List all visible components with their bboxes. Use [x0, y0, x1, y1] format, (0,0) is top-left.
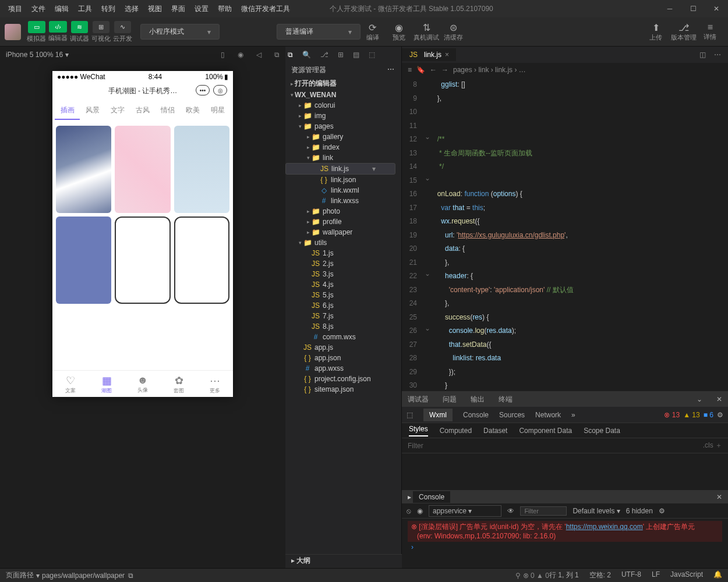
menu-capsule[interactable]: •••	[196, 85, 210, 95]
sim-icon[interactable]: ◁	[256, 51, 261, 59]
devtool-subtab[interactable]: Network	[535, 411, 561, 419]
editor-button[interactable]: ‹/›	[49, 21, 66, 33]
gear-icon[interactable]: ⚙	[717, 411, 723, 419]
style-tab[interactable]: Dataset	[483, 427, 507, 435]
page-path[interactable]: pages/wallpaper/wallpaper	[42, 572, 125, 580]
category-tab[interactable]: 文字	[105, 102, 130, 120]
wallpaper-thumb[interactable]	[174, 126, 229, 213]
tree-item[interactable]: JS1.js	[285, 248, 401, 258]
preview-button[interactable]: ◉	[387, 22, 411, 33]
tree-item[interactable]: ◇link.wxml	[285, 185, 401, 196]
tree-item[interactable]: ▸📁img	[285, 111, 401, 121]
category-tab[interactable]: 明星	[206, 102, 231, 120]
tree-item[interactable]: JS7.js	[285, 311, 401, 321]
tree-item[interactable]: JS4.js	[285, 279, 401, 290]
devtool-subtab[interactable]: Wxml	[423, 409, 453, 421]
menu-item[interactable]: 工具	[73, 4, 97, 14]
menu-item[interactable]: 文件	[27, 4, 50, 14]
style-tab[interactable]: Component Data	[519, 427, 572, 435]
branch-icon[interactable]: ⎇	[320, 51, 328, 59]
clear-cache-button[interactable]: ⊜	[441, 22, 465, 33]
tree-item[interactable]: ▾📁utils	[285, 237, 401, 248]
cloud-button[interactable]: ∿	[114, 21, 131, 33]
console-prompt[interactable]: ›	[408, 542, 722, 552]
wallpaper-thumb[interactable]	[174, 217, 229, 304]
sim-icon[interactable]: ◉	[238, 51, 243, 59]
bottom-nav[interactable]: ♡文案▦潮图☻头像✿套图⋯更多	[52, 370, 233, 397]
code-editor[interactable]: 8910111213141516171819202122232425262728…	[402, 77, 728, 391]
ext-icon[interactable]: ▤	[353, 51, 359, 59]
editor-tab[interactable]: JS link.js ×	[402, 48, 456, 61]
console-filter[interactable]	[520, 506, 567, 516]
simulator-button[interactable]: ▭	[28, 21, 45, 33]
devtool-tab[interactable]: 问题	[443, 395, 457, 404]
wallpaper-thumb[interactable]	[56, 126, 111, 213]
category-tab[interactable]: 情侣	[156, 102, 181, 120]
ext-icon[interactable]: ⊞	[338, 51, 344, 59]
menu-item[interactable]: 编辑	[50, 4, 73, 14]
sim-icon[interactable]: ⧉	[274, 51, 280, 59]
tree-item[interactable]: JSlink.js	[285, 163, 395, 175]
visual-button[interactable]: ⊞	[93, 21, 109, 33]
clear-icon[interactable]: ⦸	[407, 507, 411, 515]
gear-icon[interactable]: ⚙	[659, 507, 665, 515]
real-debug-button[interactable]: ⇅	[415, 22, 439, 33]
filter-input[interactable]: Filter	[408, 442, 423, 450]
tree-section[interactable]: ▸打开的编辑器	[285, 77, 401, 90]
outline-section[interactable]: ▸ 大纲	[285, 554, 402, 568]
nav-item[interactable]: ▦潮图	[89, 371, 125, 397]
debugger-button[interactable]: ≋	[71, 21, 88, 33]
category-tab[interactable]: 古风	[130, 102, 155, 120]
tree-section[interactable]: ▾WX_WENAN	[285, 90, 401, 100]
devtool-tab[interactable]: 输出	[471, 395, 485, 404]
tree-item[interactable]: { }app.json	[285, 353, 401, 363]
nav-item[interactable]: ☻头像	[125, 371, 161, 397]
devtool-subtab[interactable]: Console	[463, 411, 489, 419]
avatar[interactable]	[5, 24, 21, 40]
menu-item[interactable]: 帮助	[213, 4, 236, 14]
close-icon[interactable]: ✕	[716, 395, 722, 403]
menu-item[interactable]: 视图	[143, 4, 167, 14]
menu-item[interactable]: 设置	[190, 4, 213, 14]
tree-item[interactable]: ▾📁pages	[285, 121, 401, 132]
style-tab[interactable]: Styles	[409, 425, 428, 436]
more-icon[interactable]: ⋯	[387, 65, 395, 75]
maximize-button[interactable]: ☐	[681, 0, 705, 17]
inspect-icon[interactable]: ⬚	[407, 411, 413, 419]
minimize-button[interactable]: ─	[658, 0, 681, 17]
tree-item[interactable]: ▸📁profile	[285, 217, 401, 227]
tree-item[interactable]: ▾📁link	[285, 152, 401, 163]
menu-item[interactable]: 转到	[97, 4, 120, 14]
menu-item[interactable]: 项目	[3, 4, 27, 14]
wallpaper-thumb[interactable]	[56, 217, 111, 304]
tree-item[interactable]: #link.wxss	[285, 196, 401, 206]
sim-icon[interactable]: ▯	[221, 51, 225, 59]
tree-item[interactable]: ▸📁gallery	[285, 132, 401, 142]
tree-item[interactable]: #app.wxss	[285, 363, 401, 374]
tree-item[interactable]: JS5.js	[285, 290, 401, 300]
bell-icon[interactable]: 🔔	[713, 570, 722, 580]
menu-item[interactable]: 微信开发者工具	[236, 4, 295, 14]
version-button[interactable]: ⎇	[670, 22, 697, 33]
category-tab[interactable]: 插画	[55, 102, 80, 120]
tree-item[interactable]: #comm.wxs	[285, 332, 401, 342]
devtool-tab[interactable]: 终端	[499, 395, 513, 404]
tree-item[interactable]: ▸📁wallpaper	[285, 227, 401, 237]
tree-item[interactable]: JS8.js	[285, 321, 401, 332]
close-capsule[interactable]: ◎	[213, 85, 227, 95]
menu-item[interactable]: 界面	[167, 4, 190, 14]
wallpaper-thumb[interactable]	[115, 217, 170, 304]
style-tab[interactable]: Scope Data	[584, 427, 620, 435]
device-label[interactable]: iPhone 5 100% 16	[6, 51, 63, 59]
scope-select[interactable]: appservice ▾	[429, 505, 501, 517]
close-button[interactable]: ✕	[705, 0, 728, 17]
category-tab[interactable]: 风景	[80, 102, 105, 120]
category-tabs[interactable]: 插画风景文字古风情侣欧美明星	[52, 100, 233, 122]
collapse-icon[interactable]: ⌄	[697, 395, 702, 403]
tree-item[interactable]: { }sitemap.json	[285, 384, 401, 395]
tree-item[interactable]: ▸📁photo	[285, 206, 401, 217]
tree-item[interactable]: { }link.json	[285, 175, 401, 185]
explorer-icon[interactable]: ⧉	[288, 51, 293, 59]
tree-item[interactable]: ▸📁colorui	[285, 100, 401, 111]
ext-icon[interactable]: ⬚	[369, 51, 375, 59]
